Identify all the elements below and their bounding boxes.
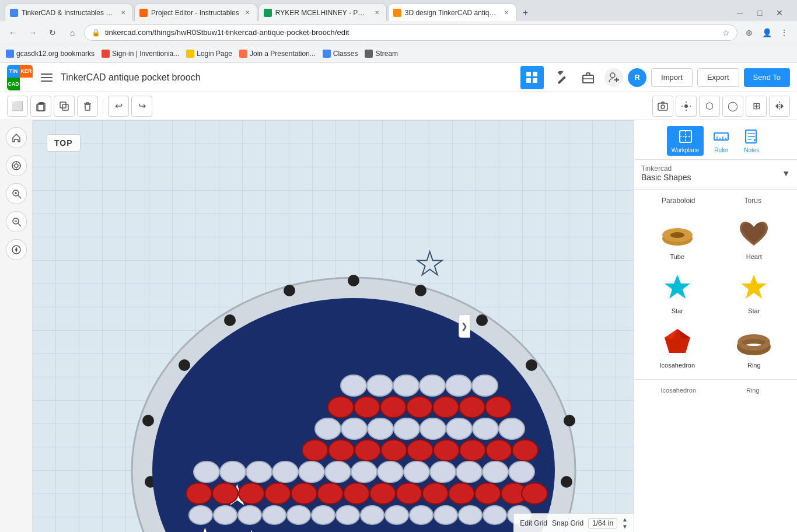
tab-3-close[interactable]: ✕ <box>372 8 382 18</box>
canvas-area[interactable]: TOP ★ ★ ★ ★ ★ ★ <box>33 120 634 532</box>
svg-point-47 <box>472 375 498 396</box>
rivet-left-top <box>179 359 190 371</box>
rivet-right-bottom <box>561 476 572 488</box>
bookmark-login[interactable]: Login Page <box>186 50 232 58</box>
delete-button[interactable] <box>77 96 98 117</box>
header-right: R Import Export Send To <box>520 66 790 89</box>
bookmark-stream[interactable]: Stream <box>365 50 398 58</box>
briefcase-button[interactable] <box>576 66 600 89</box>
new-shape-button[interactable]: ⬜ <box>7 96 28 117</box>
home-tool[interactable] <box>6 127 27 148</box>
bookmark-signin[interactable]: Sign-in | Inventionia... <box>102 50 179 58</box>
hammer-icon-button[interactable] <box>548 66 572 89</box>
hamburger-menu[interactable] <box>39 69 55 86</box>
tab-2-close[interactable]: ✕ <box>243 8 252 18</box>
svg-point-53 <box>459 397 485 418</box>
star-gold-shape-item[interactable]: Star <box>718 268 791 318</box>
camera-view-button[interactable] <box>652 96 673 117</box>
paste-button[interactable] <box>30 96 51 117</box>
workplane-button[interactable]: Workplane <box>667 126 704 156</box>
new-tab-button[interactable]: + <box>518 5 534 21</box>
snap-arrows[interactable]: ▲ ▼ <box>622 516 628 530</box>
notes-button[interactable]: Notes <box>739 126 764 156</box>
ring-visual <box>736 326 771 358</box>
tab-4-close[interactable]: ✕ <box>502 8 511 18</box>
edit-grid-label[interactable]: Edit Grid <box>520 519 547 527</box>
close-window-button[interactable]: ✕ <box>771 5 788 21</box>
top-shape-labels: Paraboloid Torus <box>634 192 797 209</box>
star-cyan-shape-item[interactable]: Star <box>641 268 714 318</box>
target-tool[interactable] <box>6 155 27 176</box>
bookmark-star-icon[interactable]: ☆ <box>722 28 730 37</box>
add-person-button[interactable] <box>604 68 623 87</box>
icosahedron-shape-item[interactable]: Icosahedron <box>641 323 714 372</box>
ring-shape-item[interactable]: Ring <box>718 323 791 372</box>
more-menu-button[interactable]: ⋮ <box>776 24 792 41</box>
svg-point-8 <box>610 73 615 78</box>
grid-view-button[interactable] <box>520 66 544 89</box>
star-cyan-name: Star <box>672 307 683 314</box>
svg-marker-26 <box>781 103 784 109</box>
svg-point-49 <box>354 397 380 418</box>
heart-name: Heart <box>746 253 762 260</box>
import-button[interactable]: Import <box>651 68 693 87</box>
tab-3-favicon <box>264 9 272 17</box>
hex-shape-button[interactable]: ⬡ <box>699 96 720 117</box>
tab-4[interactable]: 3D design TinkerCAD antique po... ✕ <box>388 4 516 21</box>
forward-button[interactable]: → <box>25 24 41 41</box>
light-button[interactable] <box>676 96 697 117</box>
panel-collapse-button[interactable]: ❯ <box>459 314 470 338</box>
svg-point-140 <box>670 232 684 238</box>
reload-button[interactable]: ↻ <box>44 24 61 41</box>
tab-1[interactable]: TinkerCAD & Instructables Jewe... ✕ <box>5 4 133 21</box>
tube-shape-item[interactable]: Tube <box>641 214 714 264</box>
shapes-dropdown-arrow[interactable]: ▼ <box>782 169 790 178</box>
tab-1-close[interactable]: ✕ <box>118 8 128 18</box>
grid-button[interactable]: ⊞ <box>746 96 767 117</box>
minimize-button[interactable]: ─ <box>732 5 748 21</box>
bookmark-join[interactable]: Join a Presentation... <box>239 50 316 58</box>
user-avatar[interactable]: R <box>628 68 646 87</box>
star-gold-visual <box>736 272 771 304</box>
zoom-in-tool[interactable] <box>6 183 27 204</box>
right-panel: Workplane Ruler <box>634 120 797 532</box>
tube-svg <box>660 222 695 246</box>
tab-3-title: RYKER MCELHINNEY - Photo Do... <box>275 9 369 17</box>
profile-icon[interactable]: 👤 <box>758 24 775 41</box>
snap-bar: Edit Grid Snap Grid 1/64 in ▲ ▼ <box>513 513 634 532</box>
copy-icon <box>59 101 69 111</box>
back-button[interactable]: ← <box>5 24 21 41</box>
svg-point-82 <box>456 461 482 482</box>
bookmark-classes[interactable]: Classes <box>323 50 358 58</box>
redo-button[interactable]: ↪ <box>131 96 152 117</box>
tab-2[interactable]: Project Editor - Instructables ✕ <box>134 4 257 21</box>
snap-up-arrow[interactable]: ▲ <box>622 516 628 523</box>
bookmark-gcasdk[interactable]: gcasdk12.org bookmarks <box>6 50 95 58</box>
compass-tool[interactable] <box>6 239 27 260</box>
circle-shape-button[interactable]: ◯ <box>722 96 743 117</box>
bookmark-classes-label: Classes <box>333 50 358 58</box>
export-button[interactable]: Export <box>697 68 739 87</box>
tab-1-title: TinkerCAD & Instructables Jewe... <box>22 9 115 17</box>
home-button[interactable]: ⌂ <box>64 24 81 41</box>
restore-button[interactable]: □ <box>751 5 768 21</box>
zoom-out-tool[interactable] <box>6 211 27 232</box>
svg-rect-3 <box>533 78 537 83</box>
heart-shape-item[interactable]: Heart <box>718 214 791 264</box>
rivet-right <box>564 415 575 426</box>
snap-down-arrow[interactable]: ▼ <box>622 523 628 530</box>
logo-cell-ker: KER <box>20 65 33 78</box>
send-to-button[interactable]: Send To <box>744 68 790 87</box>
svg-point-92 <box>370 483 396 504</box>
rivet-top-left-1 <box>284 285 295 296</box>
undo-button[interactable]: ↩ <box>108 96 129 117</box>
extensions-icon[interactable]: ⊕ <box>741 24 757 41</box>
tab-3[interactable]: RYKER MCELHINNEY - Photo Do... ✕ <box>258 4 387 21</box>
mirror-button[interactable] <box>769 96 790 117</box>
svg-marker-141 <box>665 275 690 299</box>
svg-marker-25 <box>775 103 778 109</box>
copy-button[interactable] <box>54 96 75 117</box>
ruler-button[interactable]: Ruler <box>708 126 734 156</box>
svg-point-44 <box>393 375 419 396</box>
address-bar[interactable]: 🔒 tinkercad.com/things/hwR0Stbuw1t-tinke… <box>84 24 737 41</box>
